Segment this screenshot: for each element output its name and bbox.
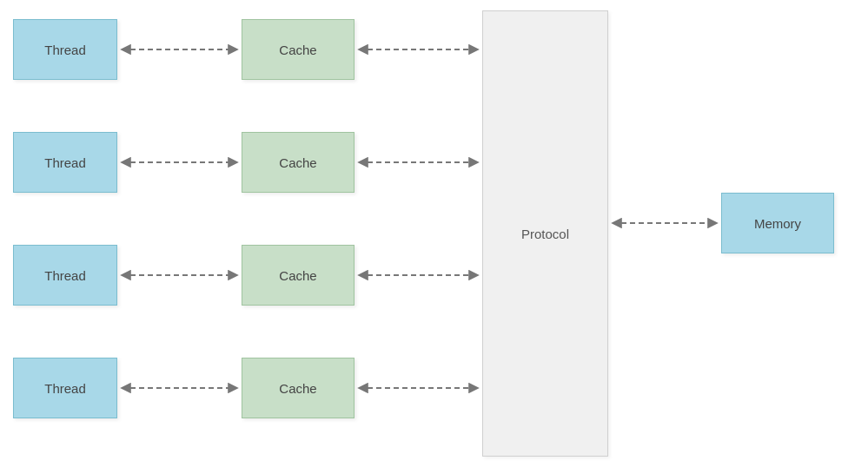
protocol-label: Protocol xyxy=(521,227,569,241)
thread-label-4: Thread xyxy=(44,381,86,396)
memory-box: Memory xyxy=(721,193,834,253)
cache-label-4: Cache xyxy=(279,381,316,396)
thread-box-1: Thread xyxy=(13,19,117,80)
thread-label-3: Thread xyxy=(44,268,86,283)
protocol-box: Protocol xyxy=(482,10,608,457)
cache-label-1: Cache xyxy=(279,43,316,57)
cache-box-2: Cache xyxy=(242,132,354,193)
thread-box-2: Thread xyxy=(13,132,117,193)
thread-box-3: Thread xyxy=(13,245,117,306)
cache-label-2: Cache xyxy=(279,155,316,170)
thread-label-1: Thread xyxy=(44,43,86,57)
cache-box-3: Cache xyxy=(242,245,354,306)
thread-label-2: Thread xyxy=(44,155,86,170)
cache-label-3: Cache xyxy=(279,268,316,283)
memory-label: Memory xyxy=(754,216,801,231)
diagram: Protocol Memory Thread Cache Thread Cach… xyxy=(0,0,868,467)
cache-box-1: Cache xyxy=(242,19,354,80)
thread-box-4: Thread xyxy=(13,358,117,418)
cache-box-4: Cache xyxy=(242,358,354,418)
